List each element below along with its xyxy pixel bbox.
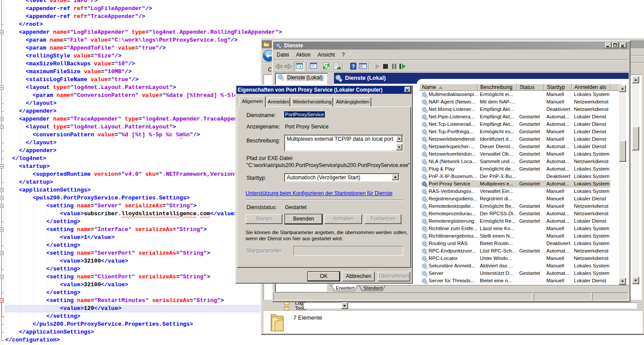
service-row-multimediaklassenpl-[interactable]: Multimediaklassenpl...Ermöglicht ei...Ma… — [419, 91, 610, 98]
abbrechen-button[interactable]: Abbrechen — [342, 272, 375, 281]
gutter-fold-box[interactable] — [0, 117, 4, 121]
startparameter-textbox[interactable] — [293, 246, 403, 256]
service-row-richtlinie-zum-entfe-[interactable]: Richtlinie zum Entfe...Lässt eine Ko...M… — [419, 225, 610, 232]
service-row-net-pipe-listenera-[interactable]: Net.Pipe-Listenera...Empfängt Akt...Gest… — [419, 113, 610, 121]
column-header-name[interactable]: Name — [419, 84, 478, 91]
properties-dialog[interactable]: Eigenschaften von Port Proxy Service (Lo… — [235, 85, 413, 284]
list-scrollbar[interactable] — [619, 85, 626, 285]
menu-datei[interactable]: Datei — [273, 51, 292, 59]
starten-button[interactable]: Starten — [246, 214, 282, 224]
column-header-start[interactable]: Starttyp — [544, 84, 572, 91]
export-list-icon[interactable] — [332, 62, 342, 71]
starttyp-combobox[interactable]: Automatisch (Verzögerter Start) — [284, 173, 400, 182]
scroll-up-button[interactable] — [619, 85, 626, 92]
anhalten-button[interactable]: Anhalten — [324, 214, 362, 224]
service-row-nap-agent-netwo-[interactable]: NAP-Agent (Netwo...Mit dem NAP-...Manuel… — [419, 98, 610, 106]
fortsetzen-button[interactable]: Fortsetzen — [365, 214, 401, 224]
stop-service-icon[interactable] — [380, 62, 390, 71]
scroll-up-button[interactable] — [396, 135, 402, 142]
forward-arrow-icon[interactable] — [283, 62, 293, 71]
service-row-rpc-endpunktzuor-[interactable]: RPC-Endpunktzuor...Löst RPC-Sch...Gestar… — [419, 247, 610, 255]
service-row-netzwerkspeicher-[interactable]: Netzwerkspeicher-...Dieser Dienst...Gest… — [419, 143, 610, 150]
gutter-fold-box[interactable] — [0, 85, 4, 89]
gutter-fold-box-current[interactable] — [0, 299, 4, 302]
properties-icon[interactable] — [309, 62, 318, 71]
service-row-plug-play[interactable]: Plug & PlayErmöglicht de...GestartetAuto… — [419, 165, 610, 173]
refresh-icon[interactable] — [321, 62, 331, 71]
tab-erweitert[interactable]: Erweitert — [336, 285, 355, 291]
description-scrollbar[interactable] — [396, 135, 402, 150]
service-row-net-msmq-listener-[interactable]: Net.Msmq-Listener...Empfängt Akt...Deakt… — [419, 106, 610, 113]
tab-wiederherstellung[interactable]: Wiederherstellung — [291, 97, 333, 107]
tab-standard[interactable]: Standard — [363, 285, 383, 291]
maximize-button[interactable] — [612, 43, 619, 48]
services-list-panel[interactable]: NameBeschreibungStatusStarttypAnmelden a… — [417, 79, 629, 285]
minimize-button[interactable] — [605, 43, 612, 48]
scroll-down-button[interactable] — [396, 144, 402, 150]
column-header-status[interactable]: Status — [517, 84, 544, 91]
value-dienstname[interactable]: PortProxyService — [284, 111, 325, 117]
restart-service-icon[interactable] — [397, 62, 407, 71]
services-title-bar[interactable]: Dienste — [273, 42, 629, 50]
gutter-fold-box[interactable] — [0, 30, 4, 34]
service-row-netzwerkverbindun-[interactable]: Netzwerkverbindun...Verwaltet Ob...Gesta… — [419, 150, 610, 158]
combo-dropdown-button[interactable] — [341, 302, 348, 309]
scroll-down-button[interactable] — [619, 278, 626, 285]
service-row-sekund-re-anmeld-[interactable]: Sekundäre Anmeld...Aktiviert das ...Manu… — [419, 262, 610, 270]
gutter-fold-box[interactable] — [0, 196, 4, 200]
service-row-richtlinienergebniss-[interactable]: Richtlinienergebniss...Stellt einen N...… — [419, 232, 610, 240]
startoptions-help-link[interactable]: Unterstützung beim Konfigurieren der Sta… — [246, 190, 393, 196]
extended-view-icon[interactable] — [358, 62, 368, 71]
tree-node-label[interactable]: Dienste (Lokal) — [286, 75, 324, 81]
service-row-routing-und-ras[interactable]: Routing und RASBietet Routin...Deaktivie… — [419, 240, 610, 247]
gutter-fold-box[interactable] — [0, 228, 4, 231]
menu-ansicht[interactable]: Ansicht — [314, 51, 338, 59]
editor-gutter[interactable] — [0, 0, 5, 345]
explorer-scrollbar[interactable] — [632, 76, 639, 284]
service-row-registrierungsdiens-[interactable]: Registrierungsdiens...Registriert di...M… — [419, 195, 610, 203]
back-arrow-icon[interactable] — [274, 62, 284, 71]
dialog-title-bar[interactable]: Eigenschaften von Port Proxy Service (Lo… — [236, 86, 412, 94]
ok-button[interactable]: OK — [307, 271, 340, 281]
tab-abhaengigkeiten[interactable]: Abhängigkeiten — [334, 97, 371, 107]
scroll-thumb[interactable] — [632, 127, 639, 150]
uebernehmen-button[interactable]: Übernehmen — [378, 272, 410, 281]
service-row-server[interactable]: ServerUnterstützt D...GestartetAutomat..… — [419, 270, 610, 277]
menu-hilfe[interactable]: ? — [338, 51, 348, 59]
gutter-fold-box[interactable] — [0, 251, 4, 255]
gutter-fold-box[interactable] — [0, 188, 4, 192]
tab-anmelden[interactable]: Anmelden — [267, 97, 290, 107]
gutter-fold-box[interactable] — [0, 204, 4, 208]
service-row-netzwerklistendienst[interactable]: NetzwerklistendienstIdentifiziert d...Ge… — [419, 135, 610, 143]
service-row-remoteregistrierung[interactable]: RemoteregistrierungErmöglicht Re...Gesta… — [419, 217, 610, 225]
scroll-thumb[interactable] — [619, 141, 626, 162]
service-row-remotedesktopdie-[interactable]: Remotedesktopdie...Ermöglicht Be...Gesta… — [419, 203, 610, 210]
tab-allgemein[interactable]: Allgemein — [239, 96, 266, 107]
combo-dropdown-button[interactable] — [392, 174, 399, 180]
service-row-remoteprozedurau-[interactable]: Remoteprozedurau...Der RPCSS-Di...Gestar… — [419, 210, 610, 217]
service-row-nla-network-loca-[interactable]: NLA (Network Loca...Sammelt und ...Gesta… — [419, 158, 610, 165]
gutter-fold-box[interactable] — [0, 125, 4, 129]
console-tree-button[interactable] — [295, 62, 304, 71]
service-row-net-tcp-portfreiga-[interactable]: Net.Tcp-Portfreiga...Ermöglicht es...Ges… — [419, 128, 610, 135]
column-header-desc[interactable]: Beschreibung — [478, 84, 517, 91]
beenden-button[interactable]: Beenden — [285, 214, 323, 224]
dialog-close-button[interactable] — [405, 87, 411, 92]
description-textbox[interactable]: Multiplexes external TCP/IP data on loca… — [284, 135, 403, 151]
service-row-port-proxy-service[interactable]: Port Proxy ServiceMultiplexes e...Gestar… — [419, 180, 610, 188]
service-row-server-f-r-threads-[interactable]: Server für Threads...Bietet eine n...Man… — [419, 277, 610, 285]
service-row-pnp-x-ip-busenum-[interactable]: PnP-X-IP-Busenum...Der PnP-X-Bu...Deakti… — [419, 173, 610, 180]
service-row-ras-verbindungsv-[interactable]: RAS-Verbindungsv...Verwaltet Ein...Manue… — [419, 188, 610, 195]
menu-aktion[interactable]: Aktion — [292, 51, 314, 59]
close-button[interactable] — [620, 43, 626, 48]
help-icon[interactable]: ? — [348, 62, 358, 71]
scroll-up-button[interactable] — [632, 76, 639, 83]
gutter-fold-box[interactable] — [0, 164, 4, 168]
service-row-rpc-locator[interactable]: RPC-LocatorUnter Windo...ManuellNetzwerk… — [419, 255, 610, 262]
gutter-fold-box[interactable] — [0, 275, 4, 279]
address-bar-text[interactable]: C — [268, 67, 272, 73]
service-row-net-tcp-listenerad-[interactable]: Net.Tcp-Listenerad...Empfängt Akt...Gest… — [419, 121, 610, 128]
cell-name: RAS-Verbindungsv... — [429, 189, 478, 194]
scroll-down-button[interactable] — [632, 277, 639, 284]
column-header-logon[interactable]: Anmelden als — [572, 84, 610, 91]
